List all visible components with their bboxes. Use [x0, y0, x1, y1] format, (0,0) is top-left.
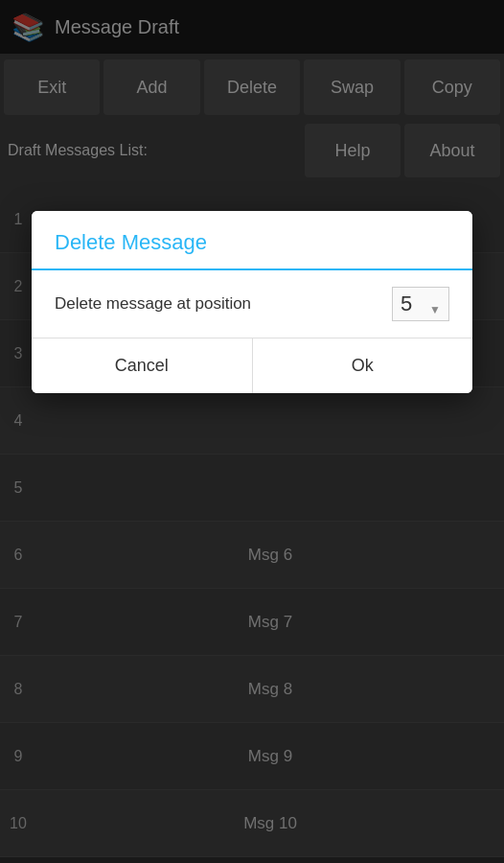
- dialog-overlay: Delete Message Delete message at positio…: [0, 0, 504, 863]
- dialog-position-box[interactable]: 5 ▼: [392, 287, 449, 321]
- dialog-position-value: 5: [401, 292, 416, 316]
- dialog-title-text: Delete Message: [55, 230, 207, 254]
- dialog-position-container: 5 ▼: [392, 287, 449, 321]
- dialog-body: Delete message at position 5 ▼: [32, 270, 472, 338]
- dialog-title-area: Delete Message: [32, 211, 472, 270]
- cancel-button[interactable]: Cancel: [32, 338, 253, 393]
- delete-dialog: Delete Message Delete message at positio…: [32, 211, 472, 393]
- ok-button[interactable]: Ok: [253, 338, 473, 393]
- spinner-arrow-icon: ▼: [429, 303, 441, 316]
- dialog-buttons: Cancel Ok: [32, 338, 472, 393]
- dialog-body-text: Delete message at position: [55, 294, 251, 314]
